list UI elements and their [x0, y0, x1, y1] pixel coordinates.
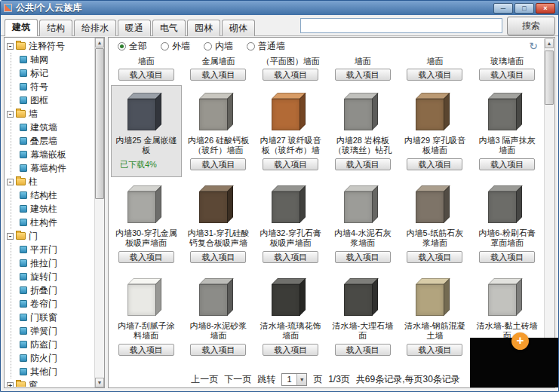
load-project-button[interactable]: 载入项目: [335, 158, 391, 170]
tree-item-折叠门[interactable]: 折叠门: [20, 283, 94, 297]
load-project-button[interactable]: 载入项目: [479, 69, 535, 81]
family-item[interactable]: 内墙4-水泥石灰浆墙面载入项目: [327, 178, 398, 270]
family-item[interactable]: 内墙32-穿孔石膏板吸声墙面载入项目: [255, 178, 326, 270]
tree-folder-柱[interactable]: -柱: [6, 175, 94, 188]
tree-item-卷帘门[interactable]: 卷帘门: [20, 297, 94, 311]
family-item[interactable]: 内墙28 岩棉板（玻璃丝）钻孔板吸音墙面载入项目: [327, 85, 398, 177]
tree-item-幕墙构件[interactable]: 幕墙构件: [20, 161, 94, 175]
prev-page-button[interactable]: 上一页: [191, 373, 218, 386]
tree-item-叠层墙[interactable]: 叠层墙: [20, 134, 94, 148]
tree-folder-门[interactable]: -门: [6, 229, 94, 243]
load-project-button[interactable]: 载入项目: [479, 251, 535, 263]
tab-暖通[interactable]: 暖通: [118, 20, 151, 36]
family-item[interactable]: 内墙6-粉刷石膏罩面墙面载入项目: [471, 178, 542, 270]
tree-item-图框[interactable]: 图框: [20, 93, 94, 107]
tree-item-建筑柱[interactable]: 建筑柱: [20, 202, 94, 216]
tree-item-防火门[interactable]: 防火门: [20, 351, 94, 365]
close-button[interactable]: ×: [536, 3, 555, 14]
tree-toggle-icon[interactable]: -: [7, 111, 14, 118]
tree-item-其他门[interactable]: 其他门: [20, 365, 94, 378]
family-item[interactable]: 内墙25 金属嵌缝板已下载4%: [111, 85, 182, 177]
tree-scrollbar[interactable]: ▲ ▼: [94, 38, 104, 387]
tree-item-柱构件[interactable]: 柱构件: [20, 216, 94, 229]
family-item[interactable]: 内墙3 隔声抹灰墙面载入项目: [471, 85, 542, 177]
tree-item-结构柱[interactable]: 结构柱: [20, 188, 94, 202]
tree-item-旋转门[interactable]: 旋转门: [20, 270, 94, 283]
family-item[interactable]: 墙面载入项目: [400, 54, 471, 84]
load-project-button[interactable]: 载入项目: [118, 344, 174, 356]
load-project-button[interactable]: 载入项目: [479, 158, 535, 170]
load-project-button[interactable]: 载入项目: [263, 158, 318, 170]
load-project-button[interactable]: 载入项目: [190, 69, 246, 81]
load-project-button[interactable]: 载入项目: [407, 69, 462, 81]
family-item[interactable]: 玻璃墙面载入项目: [471, 54, 542, 84]
load-project-button[interactable]: 载入项目: [407, 251, 462, 263]
add-button[interactable]: +: [511, 332, 529, 350]
family-item[interactable]: 内墙30-穿孔金属板吸声墙面载入项目: [111, 178, 182, 270]
load-project-button[interactable]: 载入项目: [263, 69, 318, 81]
tree-item-弹簧门[interactable]: 弹簧门: [20, 324, 94, 338]
tree-toggle-icon[interactable]: -: [7, 233, 14, 240]
tree-item-平开门[interactable]: 平开门: [20, 243, 94, 256]
family-item[interactable]: 内墙31-穿孔硅酸钙复合板吸声墙面载入项目: [183, 178, 254, 270]
filter-option-外墙[interactable]: 外墙: [161, 40, 190, 53]
family-item[interactable]: 墙面载入项目: [111, 54, 182, 84]
tree-toggle-icon[interactable]: -: [7, 179, 14, 185]
tree-folder-墙[interactable]: -墙: [6, 107, 94, 121]
tab-建筑[interactable]: 建筑: [5, 19, 38, 36]
load-project-button[interactable]: 载入项目: [118, 251, 174, 263]
family-item[interactable]: 内墙7-刮腻子涂料墙面载入项目: [111, 271, 182, 363]
load-project-button[interactable]: 载入项目: [335, 344, 391, 356]
tree-folder-窗[interactable]: +窗: [6, 378, 94, 387]
family-item[interactable]: 清水墙-琉璃花饰墙面载入项目: [255, 271, 326, 363]
filter-option-内墙[interactable]: 内墙: [204, 40, 233, 53]
minimize-button[interactable]: ─: [493, 3, 513, 14]
family-item[interactable]: 清水墙-大理石墙面载入项目: [327, 271, 398, 363]
family-item[interactable]: 内墙27 玻纤吸音板（玻纤布）墙面载入项目: [255, 85, 326, 177]
refresh-icon[interactable]: ↻: [529, 40, 538, 52]
maximize-button[interactable]: □: [514, 3, 534, 14]
tab-结构[interactable]: 结构: [39, 20, 72, 36]
next-page-button[interactable]: 下一页: [224, 373, 251, 386]
load-project-button[interactable]: 载入项目: [407, 344, 462, 356]
search-input[interactable]: [300, 18, 502, 33]
tab-给排水[interactable]: 给排水: [74, 20, 116, 36]
filter-option-普通墙[interactable]: 普通墙: [247, 40, 285, 53]
page-select[interactable]: 1 ▼: [281, 373, 307, 386]
family-item[interactable]: 内墙29 穿孔吸音板墙面载入项目: [400, 85, 471, 177]
tree-item-符号[interactable]: 符号: [20, 80, 94, 93]
tree-toggle-icon[interactable]: -: [7, 43, 14, 50]
tab-砌体[interactable]: 砌体: [222, 20, 255, 36]
load-project-button[interactable]: 载入项目: [190, 158, 246, 170]
tree-item-幕墙嵌板[interactable]: 幕墙嵌板: [20, 148, 94, 161]
tree-toggle-icon[interactable]: +: [7, 382, 14, 387]
grid-scrollbar-thumb[interactable]: [545, 51, 554, 105]
family-item[interactable]: （平面图）墙面载入项目: [255, 54, 326, 84]
load-project-button[interactable]: 载入项目: [263, 251, 318, 263]
tree-item-防盗门[interactable]: 防盗门: [20, 338, 94, 351]
scroll-down-icon[interactable]: ▼: [95, 378, 104, 387]
load-project-button[interactable]: 载入项目: [407, 158, 462, 170]
tree-item-门联窗[interactable]: 门联窗: [20, 311, 94, 324]
tree-item-建筑墙[interactable]: 建筑墙: [20, 121, 94, 134]
load-project-button[interactable]: 载入项目: [190, 344, 246, 356]
grid-scrollbar[interactable]: ▲ ▼: [544, 38, 554, 370]
tree-folder-注释符号[interactable]: -注释符号: [6, 39, 94, 53]
tab-园林[interactable]: 园林: [187, 20, 220, 36]
load-project-button[interactable]: 载入项目: [263, 344, 318, 356]
family-item[interactable]: 内墙5-纸筋石灰浆墙面载入项目: [400, 178, 471, 270]
scroll-up-icon[interactable]: ▲: [545, 38, 554, 48]
tree-scrollbar-thumb[interactable]: [95, 48, 104, 199]
tree-item-轴网[interactable]: 轴网: [20, 53, 94, 66]
family-item[interactable]: 内墙8-水泥砂浆墙面载入项目: [183, 271, 254, 363]
search-button[interactable]: 搜索: [507, 17, 555, 35]
load-project-button[interactable]: 载入项目: [335, 251, 391, 263]
scroll-up-icon[interactable]: ▲: [95, 38, 104, 47]
tab-电气[interactable]: 电气: [152, 20, 186, 36]
load-project-button[interactable]: 载入项目: [335, 69, 391, 81]
tree-item-推拉门[interactable]: 推拉门: [20, 256, 94, 270]
filter-option-全部[interactable]: 全部: [118, 40, 147, 53]
load-project-button[interactable]: 载入项目: [118, 69, 174, 81]
family-item[interactable]: 金属墙面载入项目: [183, 54, 254, 84]
family-item[interactable]: 内墙26 硅酸钙板（玻纤）墙面载入项目: [183, 85, 254, 177]
